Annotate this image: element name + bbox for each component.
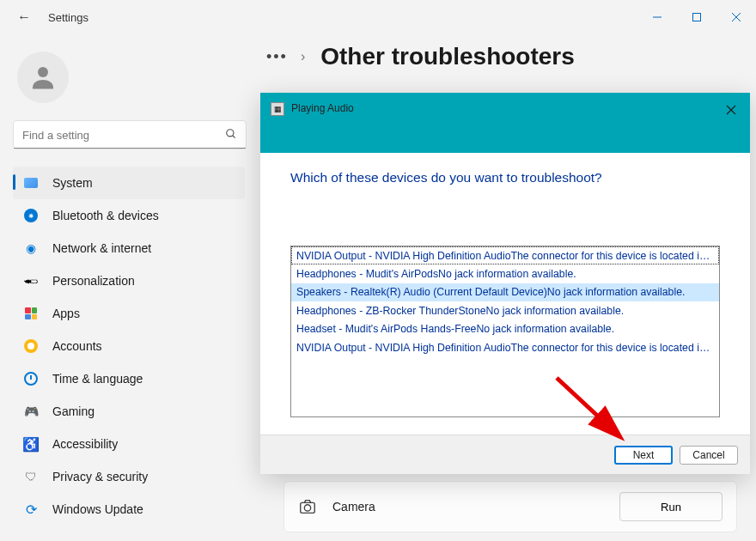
device-item[interactable]: Headphones - ZB-Rocker ThunderStoneNo ja… xyxy=(291,301,719,319)
dialog-title: Playing Audio xyxy=(291,102,354,114)
device-list[interactable]: NVIDIA Output - NVIDIA High Definition A… xyxy=(290,246,720,417)
sidebar-item-label: Gaming xyxy=(52,404,94,418)
sidebar-item-label: Privacy & security xyxy=(52,470,148,483)
close-button[interactable] xyxy=(716,0,756,34)
svg-point-5 xyxy=(227,129,234,136)
svg-line-6 xyxy=(233,135,235,137)
dialog-app-icon: ▦ xyxy=(271,102,284,116)
svg-point-8 xyxy=(304,505,310,511)
camera-icon xyxy=(298,497,317,516)
clock-icon xyxy=(23,371,39,386)
sidebar-item-apps[interactable]: Apps xyxy=(13,297,245,330)
run-button[interactable]: Run xyxy=(619,492,722,521)
sidebar-item-label: Windows Update xyxy=(52,502,143,516)
search-icon xyxy=(225,128,237,143)
device-item[interactable]: Speakers - Realtek(R) Audio (Current Def… xyxy=(291,283,719,301)
wifi-icon: ◉ xyxy=(23,240,39,256)
apps-icon xyxy=(23,306,39,321)
breadcrumb-more-icon[interactable]: ••• xyxy=(266,48,288,66)
sidebar-item-label: System xyxy=(52,176,93,190)
device-item[interactable]: Headphones - Mudit's AirPodsNo jack info… xyxy=(291,264,719,283)
sidebar-item-windows-update[interactable]: ⟳Windows Update xyxy=(13,493,245,526)
sidebar-item-label: Time & language xyxy=(52,372,143,386)
brush-icon: 🖌 xyxy=(23,273,39,289)
sidebar-item-system[interactable]: System xyxy=(13,167,245,199)
search-input[interactable] xyxy=(13,120,247,149)
dialog-heading: Which of these devices do you want to tr… xyxy=(290,170,720,185)
sidebar-item-label: Apps xyxy=(52,307,80,320)
accounts-icon xyxy=(23,338,39,354)
page-title: Other troubleshooters xyxy=(320,43,575,70)
sidebar-item-accounts[interactable]: Accounts xyxy=(13,330,245,362)
sidebar-item-accessibility[interactable]: ♿Accessibility xyxy=(13,428,245,460)
device-item[interactable]: NVIDIA Output - NVIDIA High Definition A… xyxy=(291,338,719,356)
sidebar-item-label: Network & internet xyxy=(52,241,151,255)
gaming-icon: 🎮 xyxy=(23,404,39,419)
dialog-close-button[interactable] xyxy=(722,101,740,119)
sidebar-item-network[interactable]: ◉Network & internet xyxy=(13,232,245,264)
troubleshoot-dialog: ▦ Playing Audio Which of these devices d… xyxy=(260,93,750,474)
back-arrow-icon[interactable]: ← xyxy=(17,9,31,25)
cancel-button[interactable]: Cancel xyxy=(680,446,738,465)
troubleshooter-label: Camera xyxy=(332,500,619,514)
maximize-button[interactable] xyxy=(677,0,716,34)
svg-point-4 xyxy=(38,67,48,77)
sidebar-item-personalization[interactable]: 🖌Personalization xyxy=(13,264,245,297)
avatar[interactable] xyxy=(17,52,69,103)
device-item[interactable]: NVIDIA Output - NVIDIA High Definition A… xyxy=(291,246,719,264)
sidebar-item-privacy[interactable]: 🛡Privacy & security xyxy=(13,460,245,493)
next-button[interactable]: Next xyxy=(614,446,673,465)
bluetooth-icon: ⁕ xyxy=(23,208,39,223)
sidebar-item-label: Bluetooth & devices xyxy=(52,209,159,222)
sidebar-item-time-language[interactable]: Time & language xyxy=(13,362,245,395)
search-field[interactable] xyxy=(22,129,225,142)
app-title: Settings xyxy=(48,11,88,24)
shield-icon: 🛡 xyxy=(23,469,39,484)
sidebar-item-label: Accounts xyxy=(52,339,102,353)
accessibility-icon: ♿ xyxy=(23,436,39,452)
svg-rect-1 xyxy=(693,14,701,21)
device-item[interactable]: Headset - Mudit's AirPods Hands-FreeNo j… xyxy=(291,320,719,338)
sidebar-item-gaming[interactable]: 🎮Gaming xyxy=(13,395,245,428)
minimize-button[interactable] xyxy=(637,0,677,34)
sidebar-item-label: Personalization xyxy=(52,274,135,288)
troubleshooter-row-camera: Camera Run xyxy=(284,481,737,532)
sidebar-item-bluetooth[interactable]: ⁕Bluetooth & devices xyxy=(13,199,245,232)
sidebar-item-label: Accessibility xyxy=(52,437,118,451)
update-icon: ⟳ xyxy=(23,501,39,517)
chevron-right-icon: › xyxy=(301,49,305,64)
system-icon xyxy=(23,175,39,191)
nav-list: System ⁕Bluetooth & devices ◉Network & i… xyxy=(13,167,258,526)
